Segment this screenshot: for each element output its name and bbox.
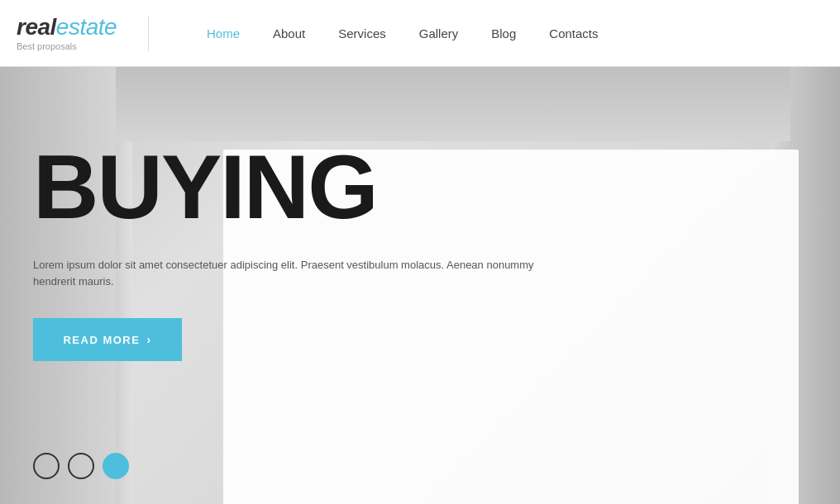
nav-item-about[interactable]: About	[256, 0, 322, 67]
read-more-label: READ MORE	[63, 334, 140, 346]
site-header: realestate Best proposals Home About Ser…	[0, 0, 840, 67]
slider-dot-2[interactable]	[68, 453, 94, 479]
slider-dot-1[interactable]	[33, 453, 60, 479]
logo-estate: estate	[56, 14, 117, 40]
nav-item-contacts[interactable]: Contacts	[532, 0, 614, 67]
hero-subtitle: Lorem ipsum dolor sit amet consectetuer …	[33, 257, 579, 289]
hero-title: BUYING	[33, 141, 807, 232]
main-nav: Home About Services Gallery Blog Contact…	[190, 0, 615, 67]
logo-real: real	[17, 14, 56, 40]
logo: realestate	[17, 16, 131, 39]
logo-area: realestate Best proposals	[17, 16, 149, 51]
slider-dot-3[interactable]	[103, 453, 129, 479]
nav-item-home[interactable]: Home	[190, 0, 256, 67]
logo-tagline: Best proposals	[17, 41, 131, 51]
chevron-right-icon: ›	[146, 333, 151, 346]
slider-dots	[33, 453, 129, 479]
nav-item-gallery[interactable]: Gallery	[403, 0, 475, 67]
nav-item-blog[interactable]: Blog	[475, 0, 532, 67]
hero-content: BUYING Lorem ipsum dolor sit amet consec…	[0, 67, 840, 504]
nav-item-services[interactable]: Services	[322, 0, 403, 67]
read-more-button[interactable]: READ MORE ›	[33, 318, 182, 361]
hero-section: BUYING Lorem ipsum dolor sit amet consec…	[0, 67, 840, 504]
